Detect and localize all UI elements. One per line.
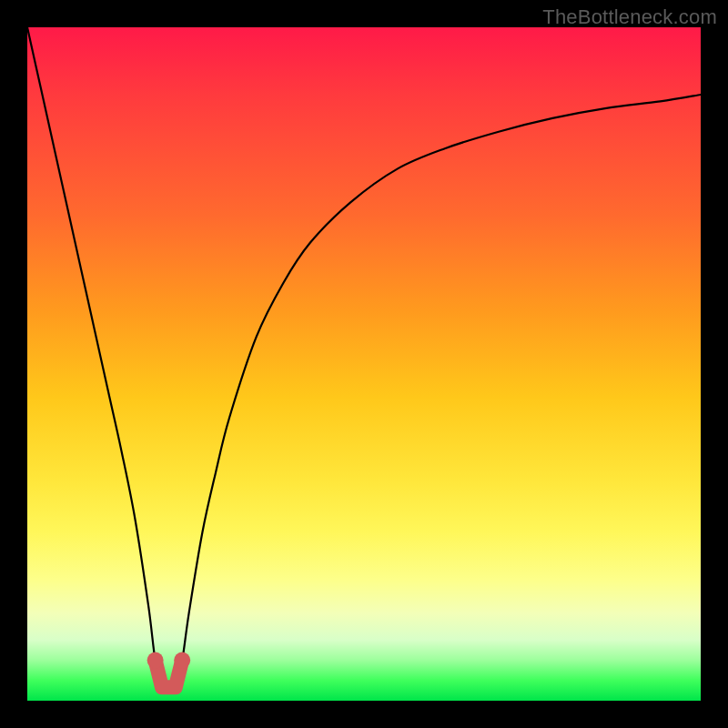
minimum-marker-dot: [147, 652, 164, 669]
minimum-markers: [147, 652, 191, 688]
chart-frame: TheBottleneck.com: [0, 0, 728, 728]
plot-area: [27, 27, 701, 701]
curve-path: [27, 27, 701, 689]
minimum-marker-dot: [174, 652, 190, 669]
bottleneck-curve: [27, 27, 701, 701]
watermark-text: TheBottleneck.com: [542, 5, 717, 29]
